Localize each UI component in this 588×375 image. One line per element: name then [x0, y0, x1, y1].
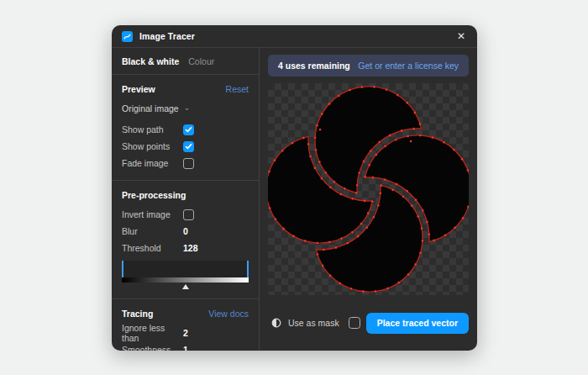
tab-black-and-white[interactable]: Black & white — [122, 56, 179, 66]
blur-label: Blur — [122, 226, 183, 236]
stray-anchor-point — [319, 129, 321, 130]
image-tracer-dialog: Image Tracer ✕ Black & white Colour Prev… — [112, 25, 477, 351]
place-traced-vector-button[interactable]: Place traced vector — [366, 313, 469, 334]
preprocessing-section-title: Pre-processing — [122, 190, 186, 200]
license-banner: 4 uses remaining Get or enter a license … — [268, 55, 469, 77]
stray-anchor-point — [410, 140, 412, 142]
field-row-blur: Blur 0 — [122, 224, 249, 238]
preview-section: Preview Reset Original image ⌄ Show path… — [112, 75, 259, 180]
preview-footer: Use as mask Place traced vector — [268, 295, 469, 351]
image-tracer-app-icon — [122, 31, 133, 42]
field-row-smoothness: Smoothness 1 — [122, 343, 249, 351]
close-icon[interactable]: ✕ — [455, 29, 467, 43]
trace-preview-canvas — [268, 83, 469, 295]
preview-section-title: Preview — [122, 84, 155, 94]
mask-icon — [271, 318, 281, 328]
use-as-mask-label: Use as mask — [288, 318, 339, 328]
invert-image-label: Invert image — [122, 209, 183, 219]
threshold-marker[interactable] — [182, 284, 189, 289]
show-path-checkbox[interactable] — [183, 124, 194, 135]
show-points-checkbox[interactable] — [183, 141, 194, 152]
toggle-row-invert-image: Invert image — [122, 208, 249, 221]
use-as-mask-checkbox[interactable] — [349, 317, 360, 329]
threshold-slider[interactable] — [122, 261, 249, 288]
fade-image-checkbox[interactable] — [183, 158, 194, 169]
fade-image-label: Fade image — [122, 158, 183, 168]
blur-value[interactable]: 0 — [183, 226, 188, 236]
preprocessing-section: Pre-processing Invert image Blur 0 Thres… — [112, 181, 259, 298]
view-docs-link[interactable]: View docs — [208, 309, 249, 319]
uses-remaining-text: 4 uses remaining — [278, 61, 350, 71]
field-row-ignore-less-than: Ignore less than 2 — [122, 326, 249, 340]
show-path-label: Show path — [122, 124, 183, 135]
chevron-down-icon: ⌄ — [184, 103, 191, 112]
ignore-less-than-label: Ignore less than — [122, 323, 183, 343]
tab-colour[interactable]: Colour — [188, 56, 214, 66]
threshold-histogram — [122, 261, 249, 277]
mode-tabs: Black & white Colour — [112, 48, 259, 74]
settings-panel: Black & white Colour Preview Reset Origi… — [112, 48, 260, 351]
tracing-section: Tracing View docs Ignore less than 2 Smo… — [112, 299, 259, 351]
smoothness-label: Smoothness — [122, 345, 183, 351]
titlebar: Image Tracer ✕ — [112, 25, 477, 48]
histogram-bar-right — [247, 261, 249, 277]
histogram-bar-left — [122, 261, 123, 277]
smoothness-value[interactable]: 1 — [183, 345, 188, 351]
field-row-threshold: Threshold 128 — [122, 241, 249, 255]
invert-image-checkbox[interactable] — [183, 209, 194, 220]
ignore-less-than-value[interactable]: 2 — [183, 328, 188, 338]
dialog-title: Image Tracer — [139, 31, 195, 41]
reset-link[interactable]: Reset — [226, 84, 249, 94]
show-points-label: Show points — [122, 141, 183, 151]
toggle-row-show-points: Show points — [122, 140, 249, 153]
tracing-section-title: Tracing — [122, 309, 153, 319]
threshold-value[interactable]: 128 — [183, 243, 198, 253]
pinwheel-trace-svg — [268, 83, 469, 295]
threshold-label: Threshold — [122, 243, 183, 253]
source-dropdown[interactable]: Original image ⌄ — [122, 102, 249, 115]
preview-panel: 4 uses remaining Get or enter a license … — [260, 48, 477, 351]
toggle-row-fade-image: Fade image — [122, 156, 249, 170]
license-key-link[interactable]: Get or enter a license key — [358, 61, 459, 71]
toggle-row-show-path: Show path — [122, 123, 249, 136]
source-dropdown-label: Original image — [122, 103, 179, 114]
threshold-gradient — [122, 277, 249, 283]
